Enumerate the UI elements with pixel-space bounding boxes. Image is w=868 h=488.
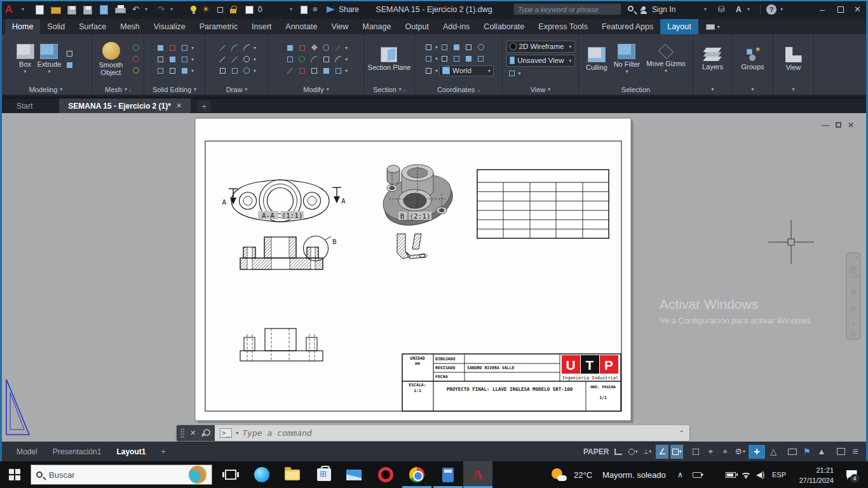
smooth-more-icon[interactable] (130, 43, 141, 53)
tab-mesh[interactable]: Mesh (113, 19, 147, 34)
file-tab-start[interactable]: Start (8, 98, 41, 113)
solid-history-icon[interactable] (179, 43, 190, 53)
mail-button[interactable] (339, 461, 369, 488)
language-indicator[interactable]: ESP (772, 461, 786, 488)
viewport-minimize-icon[interactable]: — (822, 121, 829, 130)
tab-presentacion1[interactable]: Presentación1 (45, 442, 109, 461)
drag-grip-icon[interactable] (180, 428, 185, 438)
tab-solid[interactable]: Solid (40, 19, 72, 34)
sign-in-button[interactable]: Sign In (652, 0, 675, 19)
layer-select-icon[interactable] (217, 7, 223, 13)
move-gizmo-button[interactable]: Move Gizmo▾ (646, 44, 686, 74)
scale-icon[interactable] (309, 66, 320, 76)
dynamic-input-gear-icon[interactable]: ⚙▾ (733, 445, 747, 459)
maximize-window-icon[interactable] (837, 6, 844, 13)
command-prompt-icon[interactable]: >_ (220, 428, 232, 438)
navbar-close-icon[interactable]: × (855, 254, 858, 261)
action-center-button[interactable]: 4 (840, 461, 863, 488)
redo-icon[interactable]: ↷ (158, 0, 165, 19)
tab-featured-apps[interactable]: Featured Apps (595, 19, 660, 34)
trim-icon[interactable] (333, 43, 344, 53)
arc-icon[interactable] (241, 43, 252, 53)
ucs-named-caret-icon[interactable]: ▾ (435, 68, 438, 74)
help-caret-icon[interactable]: ▾ (780, 0, 783, 19)
layer-lock-icon[interactable] (230, 9, 236, 13)
save-icon[interactable] (67, 6, 76, 15)
edge-button[interactable] (247, 461, 276, 488)
layer-dropdown-caret-icon[interactable]: ▾ (290, 0, 292, 19)
section-panel-label[interactable]: Section▾ ⌟ (364, 84, 414, 95)
explode-icon[interactable] (333, 66, 344, 76)
tab-model[interactable]: Model (9, 442, 45, 461)
command-expand-icon[interactable]: ⌃ (679, 430, 684, 437)
new-tab-button[interactable]: + (197, 100, 211, 112)
polygon-icon[interactable] (217, 66, 228, 76)
ucs-caret-icon[interactable]: ▾ (435, 44, 438, 50)
undo-caret-icon[interactable]: ▾ (145, 0, 147, 19)
recent-commands-caret-icon[interactable]: ▾ (236, 430, 238, 436)
line-icon[interactable] (229, 55, 240, 64)
start-button[interactable] (0, 461, 29, 488)
ucs-x-caret-icon[interactable]: ▾ (435, 56, 438, 62)
add-layout-button[interactable]: + (153, 442, 173, 461)
file-tab-active-doc[interactable]: SEMANA 15 - Ejercicio 2 (1)*✕ (59, 98, 191, 113)
viewport-caret-icon[interactable]: ▾ (519, 71, 521, 76)
tab-express-tools[interactable]: Express Tools (531, 19, 595, 34)
ucs-named-icon[interactable] (423, 66, 434, 76)
weather-temperature[interactable]: 22°C (574, 461, 592, 488)
tab-collaborate[interactable]: Collaborate (477, 19, 531, 34)
open-icon[interactable] (51, 7, 61, 14)
mesh-panel-label[interactable]: Mesh▾ ⌟ (92, 84, 144, 95)
snap-toggle-icon[interactable]: ▾ (627, 445, 639, 459)
tab-layout[interactable]: Layout (660, 19, 698, 34)
command-input[interactable] (242, 428, 675, 438)
annotation-scale-icon[interactable] (786, 445, 799, 459)
meet-now-button[interactable] (693, 461, 702, 488)
wifi-button[interactable] (741, 461, 751, 488)
sheet-set-icon[interactable] (301, 6, 308, 14)
isodraft-icon[interactable]: △ (767, 445, 780, 459)
rectangle-icon[interactable] (229, 66, 240, 76)
layers-button[interactable]: Layers (702, 48, 723, 71)
modify-row1-caret-icon[interactable]: ▾ (345, 45, 348, 51)
ucs-origin-icon[interactable] (451, 43, 462, 52)
calculator-button[interactable] (433, 461, 463, 488)
command-line-handle[interactable]: ✕ (177, 425, 215, 441)
ribbon-display-toggle[interactable]: ▾ (702, 19, 724, 34)
draw-row1-caret-icon[interactable]: ▾ (254, 45, 256, 51)
store-button[interactable] (309, 461, 339, 488)
orbit-icon[interactable]: ◎ (851, 330, 857, 337)
fillet-icon[interactable] (333, 55, 344, 64)
tab-add-ins[interactable]: Add-ins (436, 19, 477, 34)
3d-align-icon[interactable] (297, 43, 308, 53)
copy-icon[interactable] (321, 43, 332, 53)
opera-button[interactable] (371, 461, 400, 488)
viewport-restore-icon[interactable] (836, 122, 841, 128)
tab-view[interactable]: View (324, 19, 355, 34)
annotation-visibility-flag-icon[interactable]: ⚑ (801, 445, 813, 459)
search-highlight-image[interactable] (189, 466, 207, 484)
grid-toggle-icon[interactable] (612, 445, 625, 459)
3d-rotate-icon[interactable] (297, 55, 308, 64)
plot-icon[interactable] (115, 8, 126, 13)
ucs-z-icon[interactable] (463, 54, 474, 64)
move-icon[interactable]: ✥ (309, 43, 320, 53)
ucs-view-icon[interactable] (463, 43, 474, 52)
presspull-icon[interactable] (64, 60, 75, 70)
box-button[interactable]: Box▾ (17, 44, 34, 75)
undo-icon[interactable]: ↶ (132, 0, 139, 19)
autocad-logo-icon[interactable]: A (5, 0, 13, 19)
command-close-icon[interactable]: ✕ (190, 429, 196, 437)
navbar-caret-icon[interactable]: ▾ (852, 321, 855, 327)
file-explorer-button[interactable] (278, 461, 307, 488)
groups-panel-caret[interactable]: ▾ (733, 84, 773, 95)
taskbar-search[interactable] (31, 464, 212, 485)
ucs-icon[interactable] (423, 43, 434, 52)
share-button[interactable]: Share (339, 0, 359, 19)
clean-screen-icon[interactable] (834, 445, 847, 459)
smooth-object-button[interactable]: Smooth Object (95, 42, 127, 76)
crosshair-toggle-icon[interactable]: + (749, 445, 765, 459)
selection-cycling-icon[interactable] (689, 445, 702, 459)
subtract-icon[interactable] (167, 43, 178, 53)
named-view-combo[interactable]: Unsaved View▾ (506, 55, 575, 67)
